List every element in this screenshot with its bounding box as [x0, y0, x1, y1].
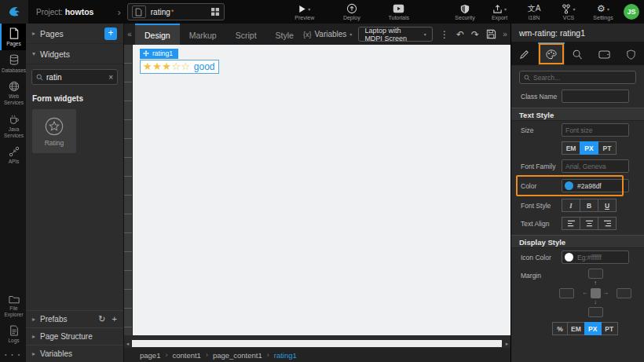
redo-icon[interactable]: ↷	[471, 29, 479, 40]
collapse-right-panel-button[interactable]: »	[499, 30, 510, 38]
rating-widget-on-canvas[interactable]: rating1 ★★★☆☆ good	[140, 46, 219, 74]
unit-pt-button[interactable]: PT	[598, 141, 617, 155]
tab-security[interactable]	[617, 42, 644, 65]
tab-style[interactable]: Style	[266, 24, 303, 45]
widgets-accordion[interactable]: ▾ Widgets	[26, 44, 123, 64]
icon-color-input[interactable]: Eg:#ffffff	[562, 250, 629, 264]
tab-design[interactable]: Design	[135, 24, 180, 45]
horizontal-scrollbar[interactable]: ◂ ▸	[124, 339, 510, 348]
rail-item-databases[interactable]: Databases	[0, 50, 26, 77]
font-family-input[interactable]	[562, 159, 629, 173]
device-icon	[598, 50, 610, 59]
underline-button[interactable]: U	[598, 199, 617, 212]
chevron-right-icon: ›	[206, 351, 208, 359]
breadcrumb-page-content1[interactable]: page_content1	[213, 351, 262, 360]
element-breadcrumb: page1 › content1 › page_content1 › ratin…	[124, 348, 510, 362]
breadcrumb-rating1[interactable]: rating1	[274, 351, 297, 360]
rail-item-logs[interactable]: Logs	[0, 321, 26, 347]
unit-px-button[interactable]: PX	[584, 322, 602, 335]
class-name-input[interactable]	[562, 90, 629, 103]
breadcrumb-page1[interactable]: page1	[140, 351, 160, 360]
collapse-left-panel-button[interactable]: «	[124, 30, 135, 38]
unit-pt-button[interactable]: PT	[601, 322, 618, 335]
open-page-tab[interactable]: rating *	[127, 3, 225, 20]
property-search-box	[519, 71, 636, 84]
design-canvas[interactable]: rating1 ★★★☆☆ good	[124, 45, 510, 335]
margin-bottom-input[interactable]	[588, 307, 603, 317]
export-button[interactable]: ▾ Export	[485, 3, 514, 20]
margin-right-input[interactable]	[617, 288, 631, 298]
tab-events[interactable]	[565, 42, 591, 65]
device-selector[interactable]: Laptop with MDPI Screen ▾	[358, 27, 433, 42]
align-left-button[interactable]	[562, 217, 580, 230]
undo-icon[interactable]: ↶	[456, 29, 464, 40]
align-right-button[interactable]	[598, 217, 617, 230]
canvas-toolbar: « Design Markup Script Style {x} Variabl…	[124, 24, 510, 45]
color-input[interactable]: #2a98df	[562, 179, 629, 192]
unit-em-button[interactable]: EM	[562, 141, 580, 155]
page-file-icon[interactable]	[132, 5, 146, 18]
clear-search-icon[interactable]: ×	[108, 73, 113, 82]
variables-button[interactable]: {x} Variables ▾	[303, 30, 352, 38]
add-prefab-icon[interactable]: +	[112, 314, 117, 324]
icon-color-swatch[interactable]	[565, 253, 573, 261]
settings-button[interactable]: ⚙▾ Settings	[589, 3, 617, 20]
property-search-input[interactable]	[533, 74, 631, 82]
variables-accordion[interactable]: ▸ Variables	[26, 345, 123, 362]
tab-script[interactable]: Script	[226, 24, 266, 45]
rating-stars[interactable]: ★★★☆☆	[143, 60, 191, 72]
font-size-input[interactable]	[562, 123, 629, 137]
rating-widget-tile[interactable]: Rating	[32, 109, 76, 153]
project-name: Project: howtos	[36, 7, 93, 16]
gear-icon: ⚙	[597, 4, 606, 13]
user-avatar[interactable]: JS	[624, 4, 639, 20]
scrollbar-track[interactable]	[131, 339, 503, 348]
selected-widget-tag[interactable]: rating1	[140, 49, 178, 59]
tab-properties[interactable]	[511, 42, 538, 65]
tab-markup[interactable]: Markup	[180, 24, 226, 45]
font-family-label: Font Family	[521, 159, 562, 170]
margin-left-input[interactable]	[559, 288, 574, 298]
prefabs-accordion[interactable]: ▸ Prefabs ↻ +	[26, 310, 123, 327]
more-options-icon[interactable]: ⋮	[440, 29, 449, 40]
color-swatch[interactable]	[565, 181, 573, 190]
page-structure-accordion[interactable]: ▸ Page Structure	[26, 327, 123, 345]
refresh-icon[interactable]: ↻	[98, 314, 105, 324]
preview-button[interactable]: ▾ Preview	[291, 3, 319, 20]
save-icon[interactable]	[486, 29, 496, 39]
unit-px-button[interactable]: PX	[580, 141, 598, 155]
widget-search-input[interactable]	[46, 73, 106, 82]
page-grid-icon[interactable]	[210, 7, 220, 16]
scrollbar-thumb[interactable]	[132, 340, 502, 347]
move-icon	[143, 50, 149, 57]
deploy-button[interactable]: Deploy	[338, 3, 366, 20]
security-button[interactable]: Security	[451, 3, 479, 20]
cursor-search-icon	[572, 49, 583, 60]
rail-item-apis[interactable]: APIs	[0, 142, 26, 168]
unit-percent-button[interactable]: %	[552, 322, 568, 335]
rail-item-java-services[interactable]: Java Services	[0, 110, 26, 142]
tab-style[interactable]	[538, 42, 565, 65]
rail-item-file-explorer[interactable]: File Explorer	[0, 291, 26, 321]
align-center-button[interactable]	[580, 217, 598, 230]
tab-device[interactable]	[591, 42, 617, 65]
pages-accordion[interactable]: ▸ Pages +	[26, 24, 123, 44]
margin-top-input[interactable]	[588, 269, 603, 279]
breadcrumb-content1[interactable]: content1	[172, 351, 200, 360]
rating-widget-body[interactable]: ★★★☆☆ good	[140, 60, 219, 74]
wavemaker-logo-icon	[6, 5, 22, 19]
tutorials-button[interactable]: Tutorials	[385, 3, 413, 20]
scroll-right-icon[interactable]: ▸	[503, 341, 510, 347]
i18n-button[interactable]: 文A i18N	[520, 3, 548, 20]
rail-item-web-services[interactable]: Web Services	[0, 77, 26, 109]
icon-color-row: Icon Color Eg:#ffffff	[511, 248, 644, 266]
italic-button[interactable]: I	[562, 199, 580, 212]
rail-item-pages[interactable]: Pages	[0, 24, 26, 50]
unit-em-button[interactable]: EM	[567, 322, 585, 335]
bold-button[interactable]: B	[580, 199, 598, 212]
scroll-left-icon[interactable]: ◂	[124, 341, 131, 347]
add-page-button[interactable]: +	[104, 27, 117, 40]
vcs-button[interactable]: ▾ VCS	[554, 3, 583, 20]
rail-overflow-dots[interactable]: • • •	[0, 347, 26, 362]
wavemaker-logo[interactable]	[0, 0, 28, 24]
